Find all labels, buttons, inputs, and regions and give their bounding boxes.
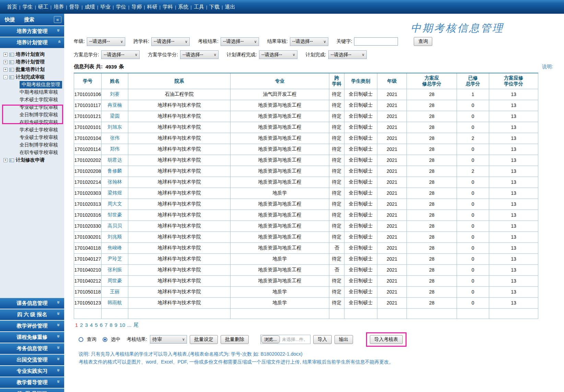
note-link[interactable]: 说明: (542, 64, 553, 70)
cell-name-link[interactable]: 张翰林 (102, 177, 128, 188)
tree-expand-icon[interactable]: + (3, 158, 8, 162)
sidebar-item-学术硕士学校审核[interactable]: 学术硕士学校审核 (0, 126, 64, 134)
filter-select[interactable]: --请选择--∨ (151, 37, 190, 46)
radio-selected[interactable] (103, 337, 107, 342)
tree-expand-icon[interactable]: + (3, 60, 8, 64)
batch-set-button[interactable]: 批量设定 (190, 335, 218, 344)
import-button[interactable]: 导入 (313, 335, 332, 344)
export-button[interactable]: 输出 (334, 335, 353, 344)
nav-item-研工[interactable]: 研工 (36, 4, 50, 10)
nav-item-学生[interactable]: 学生 (20, 4, 35, 10)
page-link-8[interactable]: 8 (109, 322, 112, 328)
nav-item-学科[interactable]: 学科 (161, 4, 175, 10)
page-link-6[interactable]: 6 (100, 322, 103, 328)
filter-select[interactable]: --请选择--∨ (180, 50, 219, 59)
result-select[interactable]: 待审 ∨ (150, 335, 187, 344)
nav-item-督导[interactable]: 督导 (67, 4, 82, 10)
cell-name-link[interactable]: 韩雨航 (102, 297, 128, 308)
keyword-input[interactable] (354, 37, 398, 46)
sidebar-item-全日制博学院审核[interactable]: 全日制博学院审核 (0, 111, 64, 119)
cell-name-link[interactable]: 邹世豪 (102, 210, 128, 221)
tree-expand-icon[interactable]: + (3, 52, 8, 57)
sidebar-item-批量培养计划[interactable]: +批量培养计划 (0, 66, 64, 73)
cell-name-link[interactable]: 刘兆顺 (102, 231, 128, 242)
tree-expand-icon[interactable]: + (3, 68, 8, 72)
nav-item-科研[interactable]: 科研 (145, 4, 160, 10)
page-link-5[interactable]: 5 (95, 322, 97, 328)
sidebar-item-培养计划查询[interactable]: +培养计划查询 (0, 51, 64, 58)
sidebar-section-教学督导管理[interactable]: 教学督导管理» (0, 377, 64, 388)
sidebar-section-教学评价管理[interactable]: 教学评价管理» (0, 321, 64, 331)
nav-item-工具[interactable]: 工具 (192, 4, 206, 10)
sidebar-item-中期考核信息管理[interactable]: 中期考核信息管理 (0, 81, 64, 88)
cell-name-link[interactable]: 尹玲芝 (102, 253, 128, 264)
filter-select[interactable]: --请选择--∨ (221, 37, 259, 46)
sidebar-section-培养计划管理[interactable]: 培养计划管理» (0, 37, 64, 48)
cell-name-link[interactable]: 郑伟 (102, 144, 128, 155)
tab-search[interactable]: 搜索 (24, 16, 34, 23)
cell-name-link[interactable]: 周世豪 (102, 275, 128, 286)
cell-name-link[interactable]: 焦峻峰 (102, 242, 128, 253)
nav-item-导师[interactable]: 导师 (129, 4, 144, 10)
page-link-4[interactable]: 4 (90, 322, 93, 328)
nav-item-首页[interactable]: 首页 (5, 4, 19, 10)
sidebar-item-学术硕士学院审核[interactable]: 学术硕士学院审核 (0, 96, 64, 104)
cell-name-link[interactable]: 张利振 (102, 264, 128, 275)
page-link-3[interactable]: 3 (85, 322, 88, 328)
nav-item-毕业[interactable]: 毕业 (98, 4, 113, 10)
radio-query[interactable] (79, 337, 83, 342)
tree-collapse-icon[interactable]: - (3, 75, 8, 79)
sidebar-section-专业实践实习[interactable]: 专业实践实习» (0, 366, 64, 377)
cell-name-link[interactable]: 高贝贝 (102, 221, 128, 231)
cell-name-link[interactable]: 张伟 (102, 133, 128, 144)
sidebar-item-在职专硕学校审核[interactable]: 在职专硕学校审核 (0, 149, 64, 156)
nav-item-成绩[interactable]: 成绩 (83, 4, 97, 10)
sidebar-item-专业硕士学校审核[interactable]: 专业硕士学校审核 (0, 134, 64, 141)
cell-name-link[interactable]: 刘旭东 (102, 122, 128, 133)
page-link-9[interactable]: 9 (115, 322, 117, 328)
nav-item-学位[interactable]: 学位 (114, 4, 128, 10)
sidebar-section-培养方案管理[interactable]: 培养方案管理» (0, 26, 64, 37)
sidebar-item-专业硕士学院审核[interactable]: 专业硕士学院审核 (0, 104, 64, 111)
sidebar-item-计划完成审核[interactable]: -计划完成审核 (0, 73, 64, 81)
file-input[interactable]: 浏览... 未选择...件。 (260, 335, 310, 344)
batch-delete-button[interactable]: 批量删除 (221, 335, 249, 344)
cell-name-link[interactable]: 王丽 (102, 286, 128, 297)
filter-select[interactable]: --请选择--∨ (328, 50, 367, 59)
cell-name-link[interactable]: 胡君达 (102, 155, 128, 166)
filter-select[interactable]: --请选择--∨ (290, 37, 328, 46)
radio-selected-label[interactable]: 选中 (111, 336, 120, 343)
page-link-2[interactable]: 2 (80, 322, 83, 328)
sidebar-section-考务信息管理[interactable]: 考务信息管理» (0, 343, 64, 354)
sidebar-item-培养计划管理[interactable]: +培养计划管理 (0, 58, 64, 66)
cell-name-link[interactable]: 梁炜煜 (102, 188, 128, 199)
tab-quick[interactable]: 快捷 (5, 16, 15, 23)
page-last-link[interactable]: 尾 (133, 322, 139, 328)
search-button[interactable]: 查询 (414, 37, 432, 46)
filter-select[interactable]: --请选择--∨ (259, 50, 297, 59)
sidebar-section-四 六 级 报名[interactable]: 四 六 级 报名» (0, 309, 64, 320)
cell-name-link[interactable]: 鲁修麟 (102, 166, 128, 177)
sidebar-collapse-icon[interactable]: « (54, 16, 61, 23)
sidebar-item-全日制博学校审核[interactable]: 全日制博学校审核 (0, 141, 64, 149)
filter-select[interactable]: --请选择--∨ (87, 37, 125, 46)
nav-item-下载[interactable]: 下载 (207, 4, 222, 10)
radio-query-label[interactable]: 查询 (87, 336, 96, 343)
cell-name-link[interactable]: 冉亚楠 (102, 100, 128, 111)
sidebar-item-计划修改申请[interactable]: +计划修改申请 (0, 156, 64, 164)
page-link-10[interactable]: 10 (119, 322, 125, 328)
nav-item-退出[interactable]: 退出 (223, 4, 237, 10)
cell-name-link[interactable]: 周大文 (102, 199, 128, 210)
sidebar-item-在职专硕学院审核[interactable]: 在职专硕学院审核 (0, 119, 64, 126)
import-assessment-form-button[interactable]: 导入考核表 (370, 335, 403, 344)
sidebar-section-出国交流管理[interactable]: 出国交流管理» (0, 355, 64, 365)
sidebar-section-课务信息管理[interactable]: 课务信息管理» (0, 298, 64, 309)
nav-item-培养[interactable]: 培养 (51, 4, 66, 10)
cell-name-link[interactable]: 梁圆 (102, 111, 128, 122)
browse-button[interactable]: 浏览... (261, 335, 280, 343)
sidebar-section-课程免修重修[interactable]: 课程免修重修» (0, 332, 64, 343)
sidebar-item-中期考核结果审核[interactable]: 中期考核结果审核 (0, 88, 64, 96)
cell-name-link[interactable]: 刘赛 (102, 89, 128, 100)
nav-item-系统[interactable]: 系统 (176, 4, 190, 10)
filter-select[interactable]: --请选择--∨ (101, 50, 140, 59)
